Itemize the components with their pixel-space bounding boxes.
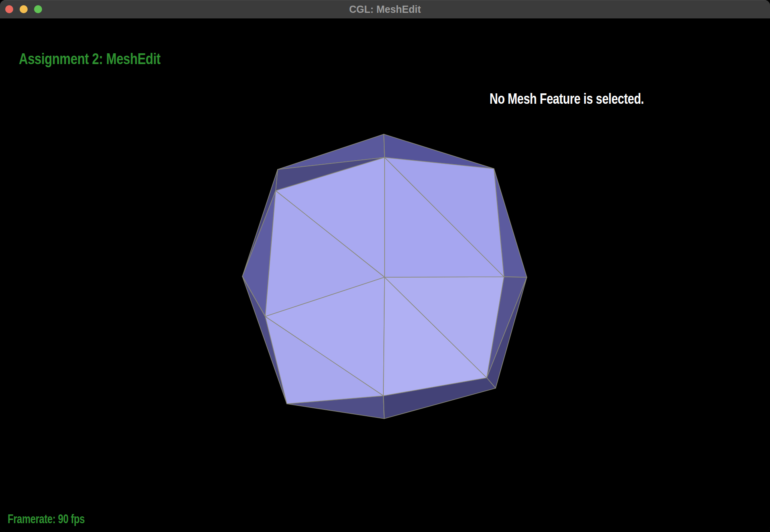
status-message: No Mesh Feature is selected. — [490, 91, 644, 106]
render-viewport[interactable]: Assignment 2: MeshEdit No Mesh Feature i… — [0, 18, 770, 532]
window-title: CGL: MeshEdit — [0, 0, 770, 18]
assignment-title: Assignment 2: MeshEdit — [19, 51, 161, 66]
mesh-edge[interactable] — [504, 277, 527, 277]
meshedit-window: Assignment 2: MeshEdit No Mesh Feature i… — [0, 0, 770, 532]
framerate-label: Framerate: 90 fps — [8, 513, 85, 525]
title-bar: CGL: MeshEdit — [0, 0, 770, 18]
mesh-canvas[interactable] — [0, 18, 770, 532]
